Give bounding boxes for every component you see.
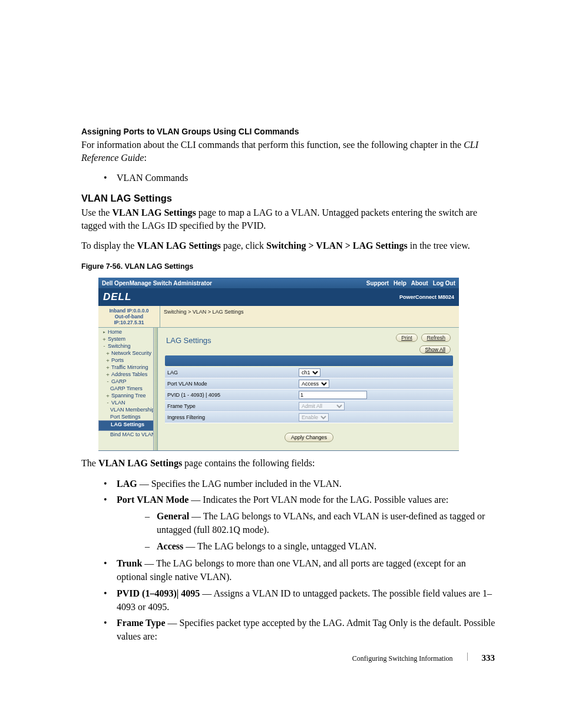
nav-label: VLAN bbox=[111, 400, 125, 406]
content-panel: Print Refresh Show All LAG Settings LAG … bbox=[158, 328, 459, 450]
app-screenshot: Dell OpenManage Switch Administrator Sup… bbox=[98, 278, 459, 451]
nav-label: Switching bbox=[108, 343, 131, 349]
value-name: General bbox=[157, 511, 189, 521]
nav-system[interactable]: +System bbox=[98, 335, 157, 342]
nav-home[interactable]: ▸Home bbox=[98, 328, 157, 335]
nav-vlan[interactable]: -VLAN bbox=[98, 399, 157, 406]
nav-tree[interactable]: ▸Home +System -Switching +Network Securi… bbox=[98, 328, 158, 450]
nav-network-security[interactable]: +Network Security bbox=[98, 350, 157, 357]
dell-logo: DELL bbox=[103, 291, 131, 303]
field-name: Trunk bbox=[117, 558, 142, 568]
select-ingress: Enable bbox=[299, 413, 329, 421]
page-footer: Configuring Switching Information 333 bbox=[352, 653, 495, 663]
label-ingress: Ingress Filtering bbox=[165, 412, 296, 423]
print-button[interactable]: Print bbox=[396, 334, 418, 342]
inband-ip: Inband IP:0.0.0.0 bbox=[100, 308, 158, 314]
apply-changes-button[interactable]: Apply Changes bbox=[285, 433, 333, 442]
vlan-lag-description: Use the VLAN LAG Settings page to map a … bbox=[81, 206, 497, 232]
nav-label: Home bbox=[108, 329, 122, 335]
intro-text: For information about the CLI commands t… bbox=[81, 140, 464, 150]
field-port-vlan-mode: Port VLAN Mode — Indicates the Port VLAN… bbox=[81, 493, 497, 553]
value-desc: — The LAG belongs to a single, untagged … bbox=[183, 541, 376, 551]
ip-box: Inband IP:0.0.0.0 Out-of-band IP:10.27.5… bbox=[98, 306, 160, 327]
nav-label: Spanning Tree bbox=[111, 393, 146, 398]
nav-port-settings[interactable]: Port Settings bbox=[98, 413, 157, 420]
value-name: Access bbox=[157, 541, 183, 551]
intro-paragraph: For information about the CLI commands t… bbox=[81, 139, 497, 164]
field-desc: — The LAG belongs to more than one VLAN,… bbox=[117, 558, 466, 582]
help-link[interactable]: Help bbox=[394, 280, 406, 286]
show-all-button[interactable]: Show All bbox=[419, 345, 451, 354]
section-heading: Assigning Ports to VLAN Groups Using CLI… bbox=[81, 127, 497, 136]
text-bold: VLAN LAG Settings bbox=[98, 458, 182, 468]
field-name: LAG bbox=[117, 479, 137, 489]
label-frame-type: Frame Type bbox=[165, 401, 296, 412]
nav-label: Port Settings bbox=[110, 414, 141, 420]
text: To display the bbox=[81, 241, 137, 251]
field-desc: — Indicates the Port VLAN mode for the L… bbox=[189, 495, 448, 505]
label-pvm: Port VLAN Mode bbox=[165, 378, 296, 390]
text: page, click bbox=[221, 241, 266, 251]
nav-label: VLAN Membership bbox=[110, 407, 155, 413]
nav-label: Bind MAC to VLAN bbox=[110, 431, 156, 437]
navigation-instruction: To display the VLAN LAG Settings page, c… bbox=[81, 239, 497, 252]
support-link[interactable]: Support bbox=[366, 280, 389, 286]
nav-bind-mac[interactable]: Bind MAC to VLAN bbox=[98, 431, 157, 438]
nav-label: Traffic Mirroring bbox=[111, 364, 148, 370]
value-access: Access — The LAG belongs to a single, un… bbox=[117, 540, 497, 553]
field-desc: — Specifies packet type accepted by the … bbox=[117, 618, 495, 641]
nav-label: GARP bbox=[111, 378, 127, 384]
field-name: PVID (1–4093)| 4095 bbox=[117, 588, 200, 598]
oob-ip: Out-of-band IP:10.27.5.31 bbox=[100, 314, 158, 325]
row-pvid: PVID (1 - 4093) | 4095 bbox=[165, 390, 453, 401]
app-title: Dell OpenManage Switch Administrator bbox=[102, 280, 212, 286]
nav-vlan-membership[interactable]: VLAN Membership bbox=[98, 406, 157, 413]
row-lag: LAG ch1 bbox=[165, 367, 453, 378]
field-frame-type: Frame Type — Specifies packet type accep… bbox=[81, 616, 497, 643]
breadcrumb: Switching > VLAN > LAG Settings bbox=[160, 306, 459, 327]
text-bold: VLAN LAG Settings bbox=[137, 241, 220, 251]
footer-chapter: Configuring Switching Information bbox=[352, 654, 453, 663]
nav-label: Ports bbox=[111, 357, 124, 363]
title-bar: Dell OpenManage Switch Administrator Sup… bbox=[98, 278, 459, 288]
fields-intro: The VLAN LAG Settings page contains the … bbox=[81, 457, 497, 470]
field-desc: — Specifies the LAG number included in t… bbox=[137, 479, 342, 489]
select-lag[interactable]: ch1 bbox=[299, 368, 320, 377]
nav-address-tables[interactable]: +Address Tables bbox=[98, 371, 157, 378]
figure-caption: Figure 7-56. VLAN LAG Settings bbox=[81, 262, 497, 271]
text-bold: VLAN LAG Settings bbox=[112, 207, 196, 218]
row-port-vlan-mode: Port VLAN Mode Access bbox=[165, 378, 453, 390]
scroll-thumb[interactable] bbox=[153, 328, 157, 337]
nav-ports[interactable]: +Ports bbox=[98, 357, 157, 364]
nav-switching[interactable]: -Switching bbox=[98, 342, 157, 350]
input-pvid[interactable] bbox=[299, 391, 367, 399]
nav-label: Address Tables bbox=[111, 371, 147, 377]
header-strip bbox=[165, 355, 453, 366]
nav-lag-settings[interactable]: LAG Settings bbox=[98, 420, 157, 431]
logout-link[interactable]: Log Out bbox=[433, 280, 455, 286]
label-lag: LAG bbox=[165, 367, 296, 378]
nav-label: System bbox=[108, 336, 125, 342]
label-pvid: PVID (1 - 4093) | 4095 bbox=[165, 390, 296, 401]
field-name: Frame Type bbox=[117, 618, 166, 628]
nav-garp[interactable]: -GARP bbox=[98, 378, 157, 385]
text: page contains the following fields: bbox=[182, 458, 315, 468]
select-pvm[interactable]: Access bbox=[299, 380, 329, 388]
text-bold: Switching > VLAN > LAG Settings bbox=[266, 241, 408, 251]
settings-form: LAG ch1 Port VLAN Mode Access PVID (1 - … bbox=[165, 367, 453, 423]
nav-label: Network Security bbox=[111, 350, 151, 356]
about-link[interactable]: About bbox=[411, 280, 428, 286]
select-frame-type: Admit All bbox=[299, 402, 345, 410]
nav-garp-timers[interactable]: GARP Timers bbox=[98, 385, 157, 392]
refresh-button[interactable]: Refresh bbox=[421, 334, 451, 342]
field-pvid: PVID (1–4093)| 4095 — Assigns a VLAN ID … bbox=[81, 587, 497, 614]
value-desc: — The LAG belongs to VLANs, and each VLA… bbox=[157, 511, 485, 534]
nav-traffic-mirroring[interactable]: +Traffic Mirroring bbox=[98, 364, 157, 371]
footer-divider bbox=[467, 653, 468, 661]
text: The bbox=[81, 458, 98, 468]
nav-spanning-tree[interactable]: +Spanning Tree bbox=[98, 392, 157, 399]
text: in the tree view. bbox=[408, 241, 470, 251]
value-general: General — The LAG belongs to VLANs, and … bbox=[117, 510, 497, 536]
model-label: PowerConnect M8024 bbox=[399, 294, 454, 300]
cli-bullet: VLAN Commands bbox=[81, 171, 497, 185]
